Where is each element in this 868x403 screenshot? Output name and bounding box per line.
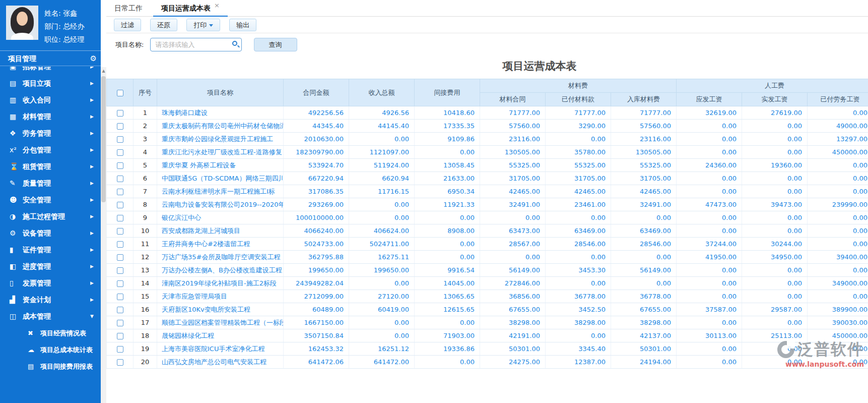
project-name-link[interactable]: 重庆江北污水处理厂级改造工程-道路修复: [157, 146, 284, 159]
sidebar-item-labor[interactable]: ❖劳务管理▶: [0, 125, 101, 142]
row-checkbox[interactable]: [117, 267, 123, 274]
row-checkbox[interactable]: [117, 254, 123, 261]
project-name-link[interactable]: 重庆华夏 外高桥工程设备: [157, 159, 284, 172]
cell-value: 182309790.00: [284, 146, 349, 159]
sidebar-item-lease-hourglass[interactable]: ⌛租赁管理▶: [0, 158, 101, 175]
print-button[interactable]: 打印: [186, 19, 220, 31]
scrollbar-thumb[interactable]: [101, 76, 106, 202]
project-name-link[interactable]: 顺德工业园区档案管理精装饰工程（一标段: [157, 316, 284, 329]
sidebar-item-bid[interactable]: ▣招标管理▶: [0, 67, 101, 75]
sidebar-item-income-contract[interactable]: ▥收入合同▶: [0, 92, 101, 108]
row-checkbox[interactable]: [117, 176, 123, 182]
sidebar-item-quality-edit[interactable]: ✎质量管理▶: [0, 175, 101, 192]
sidebar-item-funds-plan[interactable]: ▟资金计划▶: [0, 292, 101, 308]
project-name-link[interactable]: 重庆太极制药有限公司亳州中药材仓储物流: [157, 120, 284, 133]
cell-value: 0.00: [349, 277, 415, 290]
gear-icon[interactable]: ⚙: [90, 51, 97, 66]
project-name-link[interactable]: 重庆市鹅岭公园绿化景观提升工程施工: [157, 133, 284, 146]
sidebar-subitem[interactable]: ✖项目经营情况表: [0, 325, 101, 341]
cell-value: 29587.00: [742, 303, 808, 316]
row-checkbox[interactable]: [117, 228, 123, 235]
cell-value: 5024711.00: [349, 238, 415, 251]
cell-value: 13058.45: [415, 159, 480, 172]
project-name-link[interactable]: 王府井商务中心#2楼遗留工程: [157, 238, 284, 251]
sidebar-item-construction-process[interactable]: ◑施工过程管理▶: [0, 208, 101, 225]
row-checkbox[interactable]: [117, 123, 123, 130]
sidebar-item-equipment-wrench[interactable]: ⚙设备管理▶: [0, 225, 101, 242]
row-seq: 13: [133, 264, 157, 277]
row-checkbox[interactable]: [117, 307, 123, 313]
equipment-wrench-icon: ⚙: [10, 225, 23, 242]
row-checkbox[interactable]: [117, 189, 123, 195]
project-name-input[interactable]: [150, 38, 242, 51]
cell-value: 0.00: [742, 185, 808, 198]
sidebar-item-project-initiation[interactable]: ▤项目立项▶: [0, 75, 101, 92]
project-name-link[interactable]: 潼南区2019年绿化补贴项目-施工2标段: [157, 277, 284, 290]
tab-project-operating-cost[interactable]: 项目运营成本表×: [153, 0, 228, 17]
sidebar-item-cost-chart[interactable]: ◫成本管理▼: [0, 308, 101, 325]
cell-value: 42465.00: [611, 185, 677, 198]
cell-value: 67655.00: [480, 303, 546, 316]
select-all-checkbox[interactable]: [117, 90, 123, 96]
table-row: 15天津市应急管理局项目2712099.0027120.0013065.6536…: [107, 290, 868, 303]
cell-value: 0.00: [349, 316, 415, 329]
row-checkbox[interactable]: [117, 149, 123, 156]
table-row: 8云南电力设备安装有限公司2019--2020年度293269.000.0011…: [107, 198, 868, 211]
project-name-link[interactable]: 上海市美容医院ICU手术室净化工程: [157, 342, 284, 356]
cloud-chart-icon: ☁: [28, 341, 40, 358]
sidebar-scrollbar[interactable]: ▲: [101, 67, 106, 403]
sidebar-subitem[interactable]: ☁项目总成本统计表: [0, 341, 101, 358]
row-checkbox[interactable]: [117, 359, 123, 366]
reset-button[interactable]: 还原: [150, 19, 177, 31]
sidebar-item-certificate[interactable]: ▮证件管理▶: [0, 242, 101, 258]
bid-icon: ▣: [10, 67, 23, 75]
project-name-link[interactable]: 中国联通5G（TD-SCDMA）网络三期四川: [157, 172, 284, 185]
project-name-link[interactable]: 银亿滨江中心: [157, 211, 284, 224]
tab-close-icon[interactable]: ×: [214, 2, 220, 9]
query-button[interactable]: 查询: [254, 38, 297, 51]
row-checkbox[interactable]: [117, 215, 123, 221]
filter-button[interactable]: 过滤: [114, 19, 141, 31]
row-checkbox[interactable]: [117, 202, 123, 208]
sidebar-item-material-cart[interactable]: ▦材料管理▶: [0, 108, 101, 125]
project-name-link[interactable]: 云南水利枢纽潜明水库一期工程施工I标: [157, 185, 284, 198]
col-salary-payable: 应发工资: [677, 93, 742, 106]
sidebar-item-progress-chart[interactable]: ◧进度管理▶: [0, 258, 101, 275]
project-name-link[interactable]: 天府新区10Kv变电所安装工程: [157, 303, 284, 316]
chevron-right-icon: ▶: [90, 242, 94, 258]
scroll-up-icon[interactable]: ▲: [101, 67, 106, 75]
row-checkbox[interactable]: [117, 294, 123, 300]
export-button[interactable]: 输出: [229, 19, 256, 31]
row-checkbox[interactable]: [117, 136, 123, 143]
project-name-link[interactable]: 云南电力设备安装有限公司2019--2020年度: [157, 198, 284, 211]
tab-daily-work[interactable]: 日常工作: [106, 0, 151, 17]
row-checkbox[interactable]: [117, 333, 123, 339]
chevron-down-icon: ▼: [90, 308, 94, 325]
project-name-link[interactable]: 万达广场35#会所及咖啡厅空调安装工程: [157, 251, 284, 264]
project-name-link[interactable]: 天津市应急管理局项目: [157, 290, 284, 303]
project-name-link[interactable]: 山西弘文房地产总公司电气安装工程: [157, 356, 284, 369]
chevron-right-icon: ▶: [90, 158, 94, 175]
sidebar-item-invoice[interactable]: ▯发票管理▶: [0, 275, 101, 292]
project-name-link[interactable]: 珠海鹤港口建设: [157, 106, 284, 120]
row-checkbox[interactable]: [117, 110, 123, 117]
project-name-link[interactable]: 西安成都路龙湖上河城项目: [157, 224, 284, 238]
row-checkbox-cell: [107, 329, 133, 342]
cell-value: 11921.33: [415, 198, 480, 211]
project-name-link[interactable]: 万达办公楼左侧A、B办公楼改造建设工程: [157, 264, 284, 277]
row-checkbox-cell: [107, 172, 133, 185]
project-name-link[interactable]: 晟铭园林绿化工程: [157, 329, 284, 342]
cell-value: 0.00: [742, 290, 808, 303]
cell-value: 0.00: [349, 198, 415, 211]
cell-value: 390030.00: [808, 316, 868, 329]
row-checkbox[interactable]: [117, 346, 123, 353]
cell-value: 42465.00: [546, 185, 611, 198]
sidebar-subitem[interactable]: ▤项目间接费用报表: [0, 358, 101, 375]
sidebar-item-safety[interactable]: ☻安全管理▶: [0, 192, 101, 208]
row-checkbox[interactable]: [117, 280, 123, 287]
sidebar-item-subcontract[interactable]: x²分包管理▶: [0, 142, 101, 158]
cost-chart-icon: ◫: [10, 308, 23, 325]
row-checkbox[interactable]: [117, 162, 123, 169]
row-checkbox[interactable]: [117, 320, 123, 326]
row-checkbox[interactable]: [117, 241, 123, 248]
